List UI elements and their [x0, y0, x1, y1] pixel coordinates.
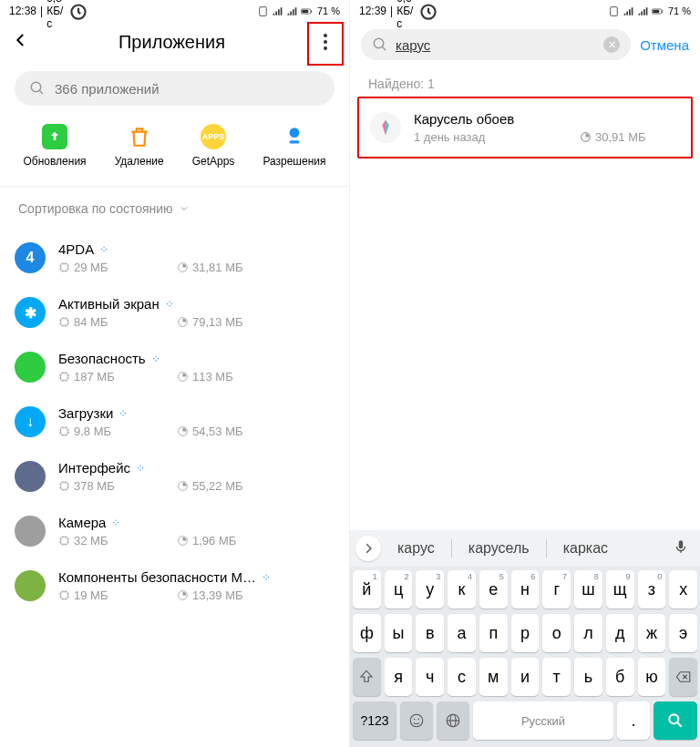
expand-suggestions[interactable] — [355, 536, 381, 561]
key[interactable]: ы — [385, 614, 413, 652]
key[interactable]: ч — [416, 658, 444, 696]
result-row[interactable]: Карусель обоев 1 день назад 30,91 МБ — [366, 106, 684, 149]
key[interactable]: с — [448, 658, 476, 696]
numeric-key[interactable]: ?123 — [353, 701, 396, 740]
cat-label: Удаление — [115, 155, 164, 168]
key[interactable]: й1 — [353, 570, 381, 609]
key[interactable]: з0 — [638, 570, 666, 609]
cat-getapps[interactable]: APPS GetApps — [192, 124, 235, 168]
app-row[interactable]: Безопасность⁘187 МБ113 МБ — [15, 340, 335, 394]
key[interactable]: т — [542, 658, 571, 696]
svg-rect-20 — [61, 592, 68, 599]
app-size: 55,22 МБ — [177, 479, 259, 493]
key[interactable]: л — [574, 614, 602, 652]
suggestion[interactable]: карус — [386, 537, 446, 560]
key[interactable]: г7 — [542, 570, 571, 609]
cat-uninstall[interactable]: Удаление — [115, 124, 164, 168]
key[interactable]: ю — [638, 658, 666, 696]
app-mem: 19 МБ — [58, 588, 140, 602]
app-row[interactable]: 44PDA⁘29 МБ31,81 МБ — [15, 230, 335, 285]
key[interactable]: и — [511, 658, 540, 696]
svg-point-30 — [410, 714, 423, 727]
app-row[interactable]: ↓Загрузки⁘9,8 МБ54,53 МБ — [15, 394, 335, 449]
app-mem: 32 МБ — [58, 534, 140, 547]
key[interactable]: щ9 — [606, 570, 634, 609]
key[interactable]: ш8 — [574, 570, 602, 609]
cancel-link[interactable]: Отмена — [640, 37, 689, 53]
loading-icon: ⁘ — [151, 353, 160, 365]
key[interactable]: м — [479, 658, 508, 696]
cat-permissions[interactable]: Разрешения — [262, 124, 325, 168]
search-key[interactable] — [654, 701, 697, 740]
key[interactable]: о — [542, 614, 571, 652]
key[interactable]: б — [606, 658, 634, 696]
app-name: Безопасность — [58, 351, 146, 366]
backspace-icon — [674, 669, 694, 685]
search-icon — [666, 711, 685, 730]
period-key[interactable]: . — [617, 701, 650, 740]
search-input[interactable] — [55, 81, 320, 97]
key[interactable]: х — [669, 570, 697, 609]
svg-rect-8 — [61, 264, 68, 271]
app-row[interactable]: Компоненты безопасности M…⁘19 МБ13,39 МБ — [15, 558, 335, 613]
key[interactable]: е5 — [479, 570, 508, 609]
cat-updates[interactable]: Обновления — [24, 124, 87, 168]
page-title: Приложения — [29, 32, 314, 53]
key[interactable]: ф — [353, 614, 381, 652]
search-input-box[interactable]: ✕ — [361, 29, 631, 60]
battery-pct: 71 % — [668, 5, 691, 16]
language-key[interactable] — [437, 701, 469, 740]
key[interactable]: р — [511, 614, 540, 652]
key[interactable]: д — [606, 614, 634, 652]
key[interactable]: а — [448, 614, 476, 652]
shift-key[interactable] — [353, 658, 381, 696]
app-name: Интерфейс — [58, 460, 130, 476]
permission-icon — [282, 124, 307, 149]
key[interactable]: у3 — [416, 570, 444, 609]
key[interactable]: н6 — [511, 570, 540, 609]
loading-icon: ⁘ — [165, 298, 173, 311]
search-field[interactable] — [396, 37, 596, 53]
key[interactable]: я — [385, 658, 413, 696]
key[interactable]: ж — [638, 614, 666, 652]
backspace-key[interactable] — [669, 658, 697, 696]
upload-icon — [42, 124, 67, 149]
app-size: 54,53 МБ — [177, 425, 259, 438]
signal-icon — [623, 5, 634, 17]
mic-button[interactable] — [667, 538, 695, 558]
trash-icon — [127, 124, 152, 149]
cat-label: Обновления — [24, 155, 87, 168]
key[interactable]: ь — [574, 658, 602, 696]
app-icon: ✱ — [15, 297, 46, 328]
svg-rect-14 — [61, 428, 68, 435]
highlight-box: Карусель обоев 1 день назад 30,91 МБ — [357, 97, 693, 159]
app-icon: ↓ — [15, 406, 46, 437]
clear-button[interactable]: ✕ — [603, 36, 620, 53]
loading-icon: ⁘ — [136, 462, 144, 475]
back-button[interactable] — [13, 32, 29, 53]
key[interactable]: ц2 — [385, 570, 413, 609]
space-key[interactable]: Русский — [473, 701, 613, 740]
battery-icon — [652, 5, 664, 17]
emoji-key[interactable] — [400, 701, 433, 740]
app-row[interactable]: ✱Активный экран⁘84 МБ79,13 МБ — [15, 285, 335, 340]
app-row[interactable]: Интерфейс⁘378 МБ55,22 МБ — [15, 449, 335, 504]
result-size: 30,91 МБ — [595, 130, 646, 144]
app-icon: 4 — [15, 242, 46, 273]
key[interactable]: к4 — [448, 570, 476, 609]
kb-row: ячсмитьбю — [353, 658, 697, 696]
search-bar[interactable] — [15, 71, 335, 106]
sort-dropdown[interactable]: Сортировка по состоянию — [0, 187, 349, 230]
svg-point-31 — [414, 719, 416, 721]
key[interactable]: п — [479, 614, 508, 652]
signal2-icon — [637, 5, 649, 17]
suggestion[interactable]: карусель — [458, 537, 540, 560]
app-size: 1,96 МБ — [177, 534, 259, 547]
suggestion[interactable]: каркас — [552, 537, 619, 560]
key[interactable]: э — [669, 614, 697, 652]
svg-rect-1 — [260, 6, 267, 15]
svg-rect-7 — [290, 140, 300, 143]
key[interactable]: в — [416, 614, 444, 652]
app-row[interactable]: Камера⁘32 МБ1,96 МБ — [15, 504, 335, 558]
kb-row: й1ц2у3к4е5н6г7ш8щ9з0х — [353, 570, 697, 609]
